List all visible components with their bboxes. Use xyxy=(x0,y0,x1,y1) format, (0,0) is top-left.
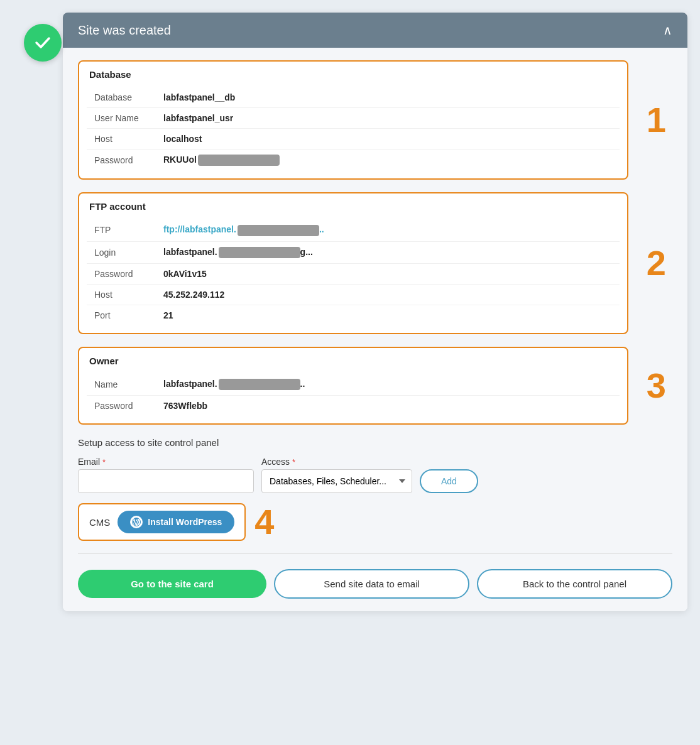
email-input[interactable] xyxy=(78,469,254,493)
field-label: Name xyxy=(87,374,156,396)
field-label: FTP xyxy=(87,219,156,241)
table-row: User Name labfastpanel_usr xyxy=(87,108,620,129)
database-table: Database labfastpanel__db User Name labf… xyxy=(87,87,620,171)
email-field-group: Email * xyxy=(78,457,254,493)
field-label: Password xyxy=(87,150,156,171)
setup-access-section: Setup access to site control panel Email… xyxy=(78,437,672,493)
field-label: Database xyxy=(87,87,156,108)
cms-label: CMS xyxy=(89,517,110,528)
field-label: Host xyxy=(87,129,156,150)
table-row: Login labfastpanel.g... xyxy=(87,241,620,263)
go-to-site-card-button[interactable]: Go to the site card xyxy=(78,570,266,598)
section-number-2: 2 xyxy=(647,246,666,281)
bottom-actions: Go to the site card Send site data to em… xyxy=(78,569,672,599)
required-star: * xyxy=(102,457,106,467)
field-value: localhost xyxy=(156,129,620,150)
main-card: Site was created ∧ Database Database lab… xyxy=(63,13,687,611)
card-header: Site was created ∧ xyxy=(63,13,687,48)
field-value: labfastpanel__db xyxy=(156,87,620,108)
collapse-icon[interactable]: ∧ xyxy=(663,23,672,38)
field-value: 45.252.249.112 xyxy=(156,284,620,305)
table-row: Database labfastpanel__db xyxy=(87,87,620,108)
send-site-data-button[interactable]: Send site data to email xyxy=(274,569,469,599)
wordpress-icon xyxy=(130,516,143,528)
back-to-control-panel-button[interactable]: Back to the control panel xyxy=(477,569,672,599)
cms-number: 4 xyxy=(254,504,274,540)
ftp-section: FTP account FTP ftp://labfastpanel... Lo… xyxy=(78,192,628,334)
card-title: Site was created xyxy=(78,23,171,38)
section-number-1: 1 xyxy=(647,102,666,138)
table-row: Port 21 xyxy=(87,305,620,325)
table-row: Name labfastpanel... xyxy=(87,374,620,396)
owner-section: Owner Name labfastpanel... Password 763W… xyxy=(78,347,628,425)
access-label: Access * xyxy=(261,457,412,467)
field-value: 21 xyxy=(156,305,620,325)
field-value: 763Wflebb xyxy=(156,396,620,416)
blurred-value xyxy=(219,379,300,390)
install-wordpress-button[interactable]: Install WordPress xyxy=(118,511,234,533)
database-section-title: Database xyxy=(79,62,627,85)
required-star-access: * xyxy=(292,457,295,467)
field-label: Password xyxy=(87,396,156,416)
card-body: Database Database labfastpanel__db User … xyxy=(63,48,687,611)
field-value: labfastpanel... xyxy=(156,374,620,396)
table-row: Host 45.252.249.112 xyxy=(87,284,620,305)
field-value: labfastpanel_usr xyxy=(156,108,620,129)
field-label: Host xyxy=(87,284,156,305)
install-wordpress-label: Install WordPress xyxy=(148,517,222,527)
table-row: Host localhost xyxy=(87,129,620,150)
database-section: Database Database labfastpanel__db User … xyxy=(78,60,628,180)
owner-table: Name labfastpanel... Password 763Wflebb xyxy=(87,374,620,416)
ftp-table: FTP ftp://labfastpanel... Login labfastp… xyxy=(87,219,620,325)
blurred-value xyxy=(198,155,280,166)
cms-section: CMS Install WordPress xyxy=(78,503,246,541)
blurred-value xyxy=(238,225,319,236)
cms-row: CMS Install WordPress 4 xyxy=(78,503,672,541)
field-label: User Name xyxy=(87,108,156,129)
owner-section-title: Owner xyxy=(79,348,627,371)
table-row: Password 0kAVi1v15 xyxy=(87,263,620,284)
add-button[interactable]: Add xyxy=(420,469,478,493)
field-value: labfastpanel.g... xyxy=(156,241,620,263)
ftp-link[interactable]: ftp://labfastpanel... xyxy=(163,224,324,234)
ftp-section-title: FTP account xyxy=(79,193,627,217)
access-field-group: Access * Databases, Files, Scheduler... xyxy=(261,457,412,493)
field-label: Password xyxy=(87,263,156,284)
section-number-3: 3 xyxy=(647,368,666,403)
setup-form-row: Email * Access * Databases, Files, Sched… xyxy=(78,457,672,493)
blurred-value xyxy=(219,247,300,258)
table-row: Password RKUUol xyxy=(87,150,620,171)
field-label: Port xyxy=(87,305,156,325)
field-value: ftp://labfastpanel... xyxy=(156,219,620,241)
email-label: Email * xyxy=(78,457,254,467)
table-row: FTP ftp://labfastpanel... xyxy=(87,219,620,241)
table-row: Password 763Wflebb xyxy=(87,396,620,416)
field-value: RKUUol xyxy=(156,150,620,171)
field-label: Login xyxy=(87,241,156,263)
setup-title: Setup access to site control panel xyxy=(78,437,672,448)
success-indicator xyxy=(24,24,62,62)
field-value: 0kAVi1v15 xyxy=(156,263,620,284)
access-select[interactable]: Databases, Files, Scheduler... xyxy=(261,469,412,493)
